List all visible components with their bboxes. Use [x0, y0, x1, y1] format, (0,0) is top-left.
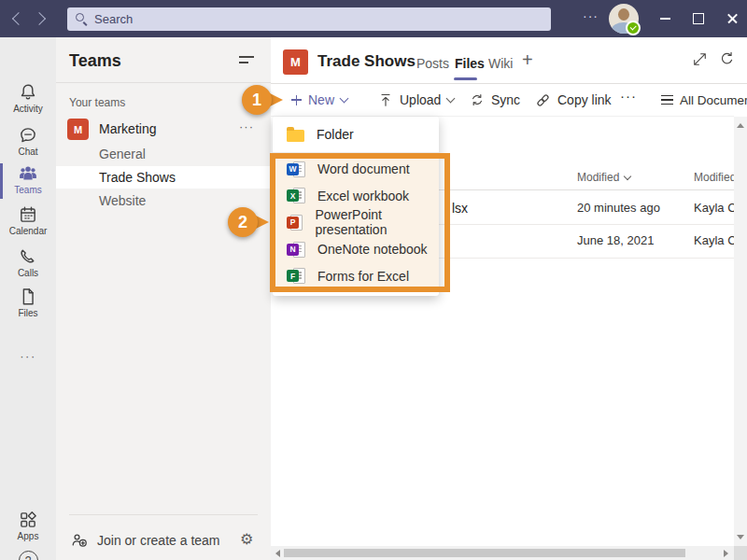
- your-teams-label: Your teams: [69, 96, 125, 109]
- tab-posts[interactable]: Posts: [416, 56, 449, 71]
- vertical-scrollbar[interactable]: [734, 117, 747, 546]
- app-rail: Activity Chat Teams Calendar: [0, 37, 56, 560]
- rail-label: Activity: [0, 104, 56, 114]
- sync-icon: [470, 92, 485, 107]
- new-label: New: [308, 92, 334, 107]
- chevron-down-icon: [446, 93, 456, 103]
- minimize-icon: [660, 18, 670, 20]
- teams-app-window: Search ··· Activity Chat: [0, 0, 747, 560]
- tab-wiki[interactable]: Wiki: [488, 56, 513, 71]
- gear-icon[interactable]: ⚙: [240, 530, 253, 548]
- team-name-marketing[interactable]: Marketing: [99, 121, 156, 136]
- titlebar-more-button[interactable]: ···: [583, 8, 601, 23]
- maximize-button[interactable]: [687, 7, 710, 30]
- scrollbar-thumb[interactable]: [284, 549, 685, 557]
- rail-label: Files: [0, 308, 56, 318]
- filter-icon[interactable]: [239, 56, 256, 67]
- menu-item-folder[interactable]: Folder: [273, 117, 439, 152]
- search-placeholder: Search: [94, 12, 133, 26]
- teams-people-icon: [18, 163, 38, 184]
- upload-icon: [378, 92, 393, 107]
- people-plus-icon: [70, 531, 89, 550]
- copy-link-button[interactable]: Copy link: [535, 91, 612, 109]
- rail-item-calendar[interactable]: Calendar: [0, 204, 56, 236]
- plus-icon: [291, 95, 302, 105]
- back-icon[interactable]: [12, 12, 25, 25]
- file-icon: [18, 287, 38, 307]
- chat-icon: [18, 125, 38, 146]
- search-input[interactable]: Search: [67, 7, 551, 31]
- column-label: Modified: [694, 171, 734, 184]
- divider: [271, 83, 747, 84]
- column-header-modified[interactable]: Modified: [577, 171, 630, 184]
- rail-item-chat[interactable]: Chat: [0, 125, 56, 157]
- calendar-icon: [18, 204, 38, 225]
- column-header-modified-by[interactable]: Modified: [694, 171, 734, 184]
- help-icon: ?: [19, 551, 38, 560]
- new-button[interactable]: New: [291, 91, 347, 109]
- file-name-fragment[interactable]: lsx: [452, 201, 468, 216]
- rail-label: Chat: [0, 147, 56, 157]
- divider: [56, 82, 271, 83]
- team-avatar-marketing[interactable]: M: [67, 119, 89, 140]
- team-more-button[interactable]: ···: [239, 119, 254, 133]
- upload-label: Upload: [400, 92, 441, 107]
- status-available-icon: [626, 21, 641, 35]
- annotation-highlight-rect: [270, 153, 450, 292]
- scroll-up-icon[interactable]: [737, 123, 744, 128]
- apps-icon: [18, 510, 38, 530]
- rail-item-teams[interactable]: Teams: [0, 163, 56, 195]
- phone-icon: [18, 246, 38, 267]
- sort-chevron-icon: [624, 173, 631, 180]
- rail-item-files[interactable]: Files: [0, 287, 56, 318]
- join-label: Join or create a team: [97, 533, 220, 548]
- view-selector[interactable]: All Documents: [661, 91, 747, 109]
- rail-item-calls[interactable]: Calls: [0, 246, 56, 278]
- expand-icon[interactable]: [692, 51, 708, 67]
- forward-icon[interactable]: [33, 12, 46, 25]
- rail-item-apps[interactable]: Apps: [0, 510, 56, 541]
- search-icon: [76, 13, 88, 25]
- rail-label: Calendar: [0, 226, 56, 236]
- scroll-right-icon[interactable]: [724, 550, 728, 557]
- sync-button[interactable]: Sync: [470, 91, 520, 109]
- refresh-icon[interactable]: [718, 50, 735, 67]
- copy-link-label: Copy link: [557, 92, 612, 107]
- rail-label: Teams: [0, 185, 56, 195]
- add-tab-button[interactable]: +: [522, 49, 533, 71]
- file-modified: 20 minutes ago: [577, 201, 660, 215]
- rail-label: Calls: [0, 268, 56, 278]
- user-avatar[interactable]: [609, 4, 639, 34]
- minimize-button[interactable]: [654, 7, 676, 30]
- rail-item-activity[interactable]: Activity: [0, 82, 56, 114]
- channel-general[interactable]: General: [56, 143, 271, 165]
- close-button[interactable]: [721, 7, 743, 30]
- close-icon: [726, 13, 739, 25]
- scroll-down-icon[interactable]: [737, 535, 744, 539]
- join-or-create-team-button[interactable]: Join or create a team ⚙: [56, 521, 271, 560]
- toolbar-more-button[interactable]: ···: [620, 88, 637, 104]
- chevron-down-icon: [340, 93, 349, 103]
- rail-label: Apps: [0, 531, 56, 541]
- column-label: Modified: [577, 171, 619, 184]
- maximize-icon: [693, 13, 704, 24]
- teams-sidebar: Teams Your teams M Marketing ··· General…: [56, 37, 271, 560]
- file-modified: June 18, 2021: [577, 233, 654, 247]
- link-icon: [535, 92, 551, 108]
- horizontal-scrollbar[interactable]: [271, 546, 734, 560]
- tab-files[interactable]: Files: [455, 56, 485, 71]
- sync-label: Sync: [491, 92, 520, 107]
- menu-item-label: Folder: [317, 127, 354, 142]
- annotation-step-1: 1: [242, 85, 272, 115]
- upload-button[interactable]: Upload: [378, 91, 454, 109]
- scroll-left-icon[interactable]: [275, 550, 280, 557]
- channel-trade-shows[interactable]: Trade Shows: [56, 166, 271, 189]
- bell-icon: [18, 82, 38, 103]
- view-label: All Documents: [680, 93, 747, 107]
- annotation-step-2: 2: [228, 207, 258, 237]
- channel-team-avatar: M: [283, 49, 308, 75]
- rail-item-help[interactable]: ? Help: [0, 551, 56, 560]
- file-modified-by: Kayla Cla: [694, 233, 734, 247]
- list-view-icon: [661, 95, 673, 105]
- rail-more-button[interactable]: ···: [0, 349, 56, 363]
